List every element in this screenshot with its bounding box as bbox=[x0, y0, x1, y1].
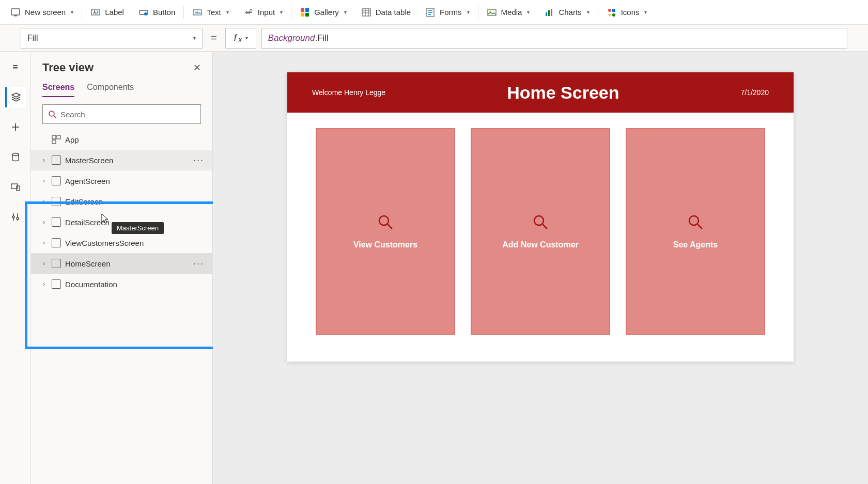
expand-icon[interactable]: › bbox=[40, 177, 48, 184]
formula-token-prop: .Fill bbox=[315, 33, 328, 43]
tile-label: Add New Customer bbox=[502, 240, 579, 249]
icons-icon bbox=[607, 7, 617, 18]
chevron-down-icon: ▾ bbox=[344, 9, 347, 15]
tile-view-customers[interactable]: View Customers bbox=[316, 128, 455, 335]
expand-icon[interactable]: › bbox=[40, 239, 48, 246]
date-label: 7/1/2020 bbox=[740, 88, 769, 97]
data-table-label: Data table bbox=[376, 8, 411, 17]
input-icon bbox=[243, 7, 254, 18]
svg-rect-17 bbox=[548, 10, 550, 16]
svg-text:Abc: Abc bbox=[195, 11, 202, 14]
tree-node-documentation[interactable]: › Documentation bbox=[31, 274, 212, 294]
gallery-button[interactable]: Gallery ▾ bbox=[293, 4, 353, 21]
tooltip: MasterScreen bbox=[112, 222, 164, 234]
svg-rect-2 bbox=[91, 10, 100, 15]
text-icon: Abc bbox=[192, 7, 203, 18]
svg-rect-18 bbox=[551, 9, 552, 16]
tile-add-new-customer[interactable]: Add New Customer bbox=[471, 128, 610, 335]
expand-icon[interactable]: › bbox=[40, 198, 48, 205]
layers-icon bbox=[11, 92, 21, 102]
svg-point-15 bbox=[489, 10, 491, 12]
svg-point-25 bbox=[12, 216, 14, 218]
input-button[interactable]: Input ▾ bbox=[237, 4, 289, 21]
text-label: Text bbox=[207, 8, 221, 17]
tree-node-viewcustomersscreen[interactable]: › ViewCustomersScreen bbox=[31, 232, 212, 253]
forms-label: Forms bbox=[440, 8, 462, 17]
expand-icon[interactable]: › bbox=[40, 218, 48, 226]
tree-node-agentscreen[interactable]: › AgentScreen bbox=[31, 170, 212, 191]
media-button[interactable]: Media ▾ bbox=[481, 4, 536, 21]
app-canvas[interactable]: Welcome Henry Legge Home Screen 7/1/2020… bbox=[287, 72, 794, 362]
tree-node-homescreen[interactable]: › HomeScreen ··· bbox=[31, 253, 212, 274]
tools-rail-button[interactable] bbox=[5, 207, 26, 227]
expand-icon[interactable]: › bbox=[40, 280, 48, 288]
svg-rect-11 bbox=[305, 13, 309, 17]
data-rail-button[interactable] bbox=[5, 147, 26, 167]
icons-button[interactable]: Icons ▾ bbox=[600, 4, 654, 21]
svg-rect-30 bbox=[52, 140, 56, 144]
button-button[interactable]: Button bbox=[132, 4, 181, 21]
forms-icon bbox=[425, 7, 436, 18]
search-icon bbox=[532, 213, 549, 231]
tile-see-agents[interactable]: See Agents bbox=[626, 128, 765, 335]
expand-icon[interactable]: › bbox=[40, 157, 48, 164]
new-screen-button[interactable]: New screen ▾ bbox=[4, 4, 80, 21]
tab-screens[interactable]: Screens bbox=[42, 83, 74, 97]
tree-view-panel: Tree view ✕ Screens Components Search Ap… bbox=[31, 52, 213, 484]
tree-node-label: HomeScreen bbox=[65, 259, 189, 268]
svg-point-4 bbox=[144, 12, 147, 15]
button-icon bbox=[138, 7, 149, 18]
icons-label: Icons bbox=[621, 8, 640, 17]
tab-components[interactable]: Components bbox=[87, 83, 134, 97]
expand-icon[interactable]: › bbox=[40, 260, 48, 267]
gallery-icon bbox=[300, 7, 310, 18]
tree-node-app[interactable]: App bbox=[31, 129, 212, 150]
label-button[interactable]: Label bbox=[84, 4, 130, 21]
hamburger-button[interactable]: ≡ bbox=[5, 57, 26, 77]
chevron-down-icon: ▾ bbox=[587, 9, 590, 15]
more-options-button[interactable]: ··· bbox=[193, 155, 206, 166]
tree-view-rail-button[interactable] bbox=[5, 87, 26, 107]
tree-node-editscreen[interactable]: › EditScreen bbox=[31, 191, 212, 212]
svg-point-27 bbox=[49, 111, 54, 116]
search-icon bbox=[48, 110, 56, 118]
svg-rect-20 bbox=[612, 9, 615, 12]
formula-input[interactable]: Background.Fill bbox=[261, 28, 847, 49]
screen-icon bbox=[52, 238, 61, 247]
svg-rect-1 bbox=[14, 15, 17, 17]
new-screen-label: New screen bbox=[25, 8, 66, 17]
charts-label: Charts bbox=[559, 8, 581, 17]
close-panel-button[interactable]: ✕ bbox=[193, 62, 201, 73]
insert-rail-button[interactable] bbox=[5, 117, 26, 137]
tree-node-masterscreen[interactable]: › MasterScreen ··· bbox=[31, 150, 212, 170]
input-label: Input bbox=[258, 8, 275, 17]
svg-point-31 bbox=[379, 216, 389, 225]
screen-icon bbox=[52, 176, 61, 185]
search-input[interactable]: Search bbox=[42, 104, 201, 124]
left-rail: ≡ bbox=[0, 52, 31, 484]
chevron-down-icon: ▾ bbox=[467, 9, 470, 15]
forms-button[interactable]: Forms ▾ bbox=[419, 4, 476, 21]
welcome-label: Welcome Henry Legge bbox=[312, 88, 385, 97]
screen-icon bbox=[52, 217, 61, 227]
devices-icon bbox=[10, 182, 21, 192]
media-rail-button[interactable] bbox=[5, 177, 26, 197]
equals-sign: = bbox=[211, 32, 217, 44]
database-icon bbox=[10, 152, 21, 162]
svg-point-33 bbox=[689, 216, 699, 225]
insert-ribbon: New screen ▾ Label Button Abc Text ▾ Inp… bbox=[0, 0, 868, 25]
fx-button[interactable]: fx ▾ bbox=[225, 28, 256, 49]
data-table-button[interactable]: Data table bbox=[355, 4, 417, 21]
screen-icon bbox=[52, 197, 61, 206]
more-options-button[interactable]: ··· bbox=[193, 258, 206, 269]
gallery-label: Gallery bbox=[314, 8, 339, 17]
text-button[interactable]: Abc Text ▾ bbox=[186, 4, 235, 21]
tiles-container: View Customers Add New Customer See Agen… bbox=[287, 113, 794, 350]
chevron-down-icon: ▾ bbox=[193, 35, 196, 41]
property-selector[interactable]: Fill ▾ bbox=[21, 28, 203, 49]
tree-view-title: Tree view bbox=[42, 61, 94, 74]
svg-rect-14 bbox=[488, 9, 496, 15]
charts-button[interactable]: Charts ▾ bbox=[538, 4, 595, 21]
svg-rect-12 bbox=[362, 9, 370, 16]
svg-point-7 bbox=[250, 9, 252, 11]
